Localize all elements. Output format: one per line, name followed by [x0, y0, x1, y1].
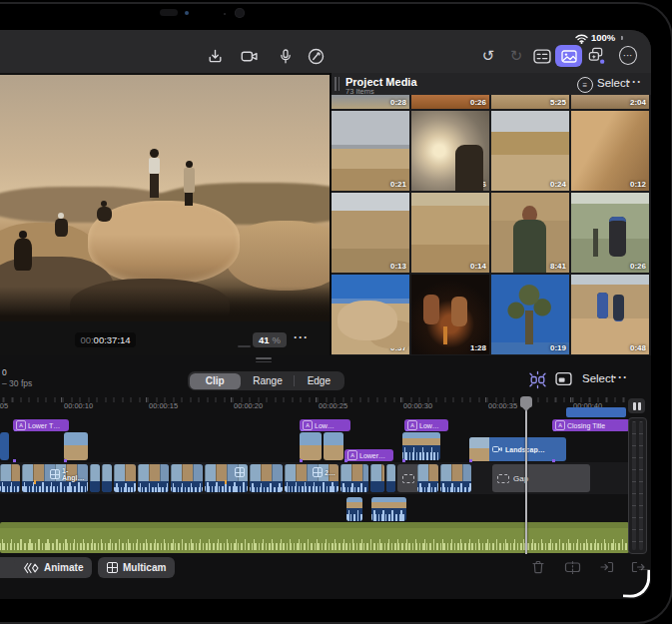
media-thumbnail[interactable]: 2:04: [571, 95, 649, 109]
connected-clip-below[interactable]: [346, 497, 362, 521]
segment-clip[interactable]: Clip: [190, 373, 241, 389]
browser-header: Project Media 73 Items ≡ Select ···: [332, 73, 651, 95]
pencil-icon[interactable]: [307, 47, 325, 65]
connected-clip[interactable]: [64, 432, 88, 460]
media-thumbnail[interactable]: 0:26: [411, 95, 489, 109]
media-thumbnail[interactable]: 0:48: [571, 275, 649, 354]
ruler-label: 00:00:35: [488, 401, 517, 410]
media-thumbnail[interactable]: 1:28: [411, 275, 489, 354]
title-badge: A: [16, 420, 26, 430]
ruler-label: 00:00:10: [64, 401, 93, 410]
title-badge: A: [555, 420, 565, 430]
ruler-label: 00:00:05: [0, 401, 8, 410]
delete-icon[interactable]: [530, 559, 546, 575]
multicam-grid-icon: [313, 467, 323, 477]
battery-percent: 100%: [591, 32, 615, 43]
timeline-ruler[interactable]: [0, 397, 629, 402]
title-clip[interactable]: ALower T…: [13, 419, 69, 431]
timeline-select-button[interactable]: Select: [582, 372, 614, 384]
timeline-clip[interactable]: [138, 464, 169, 492]
media-browser-icon[interactable]: [555, 45, 582, 67]
multicam-button[interactable]: Multicam: [98, 557, 175, 578]
track-height-button[interactable]: [628, 398, 645, 413]
segment-edge[interactable]: Edge: [294, 371, 344, 390]
timeline-clip-multicam[interactable]: 1-Angl…: [22, 464, 88, 492]
media-thumbnail[interactable]: 8:41: [491, 193, 569, 273]
media-thumbnail[interactable]: 0:26: [571, 193, 649, 273]
media-thumbnail[interactable]: 0:12: [571, 111, 649, 191]
ruler-range-bar[interactable]: [566, 407, 626, 417]
timeline-clip[interactable]: [340, 464, 368, 492]
timeline-vertical-scrollbar[interactable]: [628, 417, 647, 554]
timeline-gap-clip[interactable]: Gap: [492, 464, 590, 492]
timeline-clip-multicam[interactable]: [205, 464, 248, 492]
connected-clip[interactable]: [0, 432, 9, 460]
timeline-clip[interactable]: [386, 464, 395, 492]
timeline-clip[interactable]: [171, 464, 203, 492]
browser-more-button[interactable]: ···: [627, 75, 642, 89]
browser-select-button[interactable]: Select: [597, 77, 629, 89]
segment-range[interactable]: Range: [242, 371, 293, 390]
ruler-label: 00:00:20: [234, 401, 263, 410]
inspector-icon[interactable]: [533, 47, 551, 65]
timeline-clip[interactable]: [0, 464, 20, 492]
title-clip[interactable]: ALow…: [300, 419, 350, 431]
timeline-clip[interactable]: [114, 464, 136, 492]
timeline-clip-multicam[interactable]: 2…: [285, 464, 338, 492]
person-sitting: [55, 213, 68, 237]
insert-clip-icon[interactable]: [599, 559, 615, 575]
media-thumbnail[interactable]: 0:24: [491, 111, 569, 191]
camera-icon[interactable]: [241, 47, 259, 65]
viewer-video-frame[interactable]: [0, 75, 330, 321]
mic-icon[interactable]: [277, 47, 295, 65]
viewer-more-button[interactable]: ···: [294, 330, 309, 344]
media-thumbnail[interactable]: 0:26: [411, 111, 489, 191]
audio-music-clip[interactable]: [0, 522, 629, 553]
timeline-resize-handle[interactable]: [256, 357, 272, 359]
timeline-clip[interactable]: [440, 464, 471, 492]
title-badge: A: [303, 420, 313, 430]
gap-icon: [497, 474, 509, 483]
media-thumbnail[interactable]: 0:21: [332, 111, 409, 191]
viewer-resize-handle[interactable]: [238, 345, 251, 347]
effects-icon[interactable]: [587, 46, 605, 64]
browser-drag-bar[interactable]: [338, 77, 340, 91]
undo-icon[interactable]: ↺: [479, 46, 497, 64]
media-thumbnail[interactable]: 0:14: [411, 193, 489, 273]
filter-icon[interactable]: ≡: [577, 77, 593, 93]
connected-clip[interactable]: [324, 432, 343, 460]
media-thumbnail[interactable]: 0:37: [332, 275, 409, 354]
timeline-clip[interactable]: [90, 464, 100, 492]
zoom-level-button[interactable]: 41%: [253, 332, 287, 347]
edit-mode-segmented-control: Clip Range Edge: [188, 371, 344, 390]
media-thumbnail[interactable]: 0:13: [332, 193, 409, 273]
media-thumbnail[interactable]: 0:19: [491, 275, 569, 354]
project-fps: – 30 fps: [2, 378, 32, 388]
browser-drag-bar[interactable]: [335, 77, 336, 91]
timeline-resize-handle[interactable]: [256, 361, 272, 363]
timeline-clip[interactable]: [417, 464, 438, 492]
title-clip[interactable]: ALow…: [404, 419, 448, 431]
timeline-more-button[interactable]: ···: [613, 370, 628, 384]
split-clip-icon[interactable]: [564, 559, 580, 575]
timeline-clip[interactable]: [102, 464, 112, 492]
timeline-clip[interactable]: [250, 464, 283, 492]
overlay-clip-icon[interactable]: [555, 371, 572, 390]
bezel-mic: [224, 13, 226, 15]
animate-button[interactable]: Animate: [14, 557, 92, 578]
enhance-clip-icon[interactable]: [528, 370, 547, 393]
redo-icon[interactable]: ↻: [507, 46, 525, 64]
connected-clip-below[interactable]: [371, 497, 406, 521]
import-icon[interactable]: [206, 47, 224, 65]
title-clip[interactable]: ALower…: [344, 449, 393, 461]
timeline-clip[interactable]: [370, 464, 384, 492]
title-clip[interactable]: AClosing Title: [552, 419, 630, 431]
timecode-display[interactable]: 00:00:37:14: [75, 332, 136, 347]
media-thumbnail[interactable]: 0:28: [332, 95, 409, 109]
playhead-handle[interactable]: [520, 396, 532, 407]
connected-clip-landscape[interactable]: Landscap…: [469, 437, 566, 461]
connected-clip[interactable]: [402, 432, 440, 460]
connected-clip[interactable]: [300, 432, 322, 460]
more-icon[interactable]: ···: [619, 46, 637, 64]
media-thumbnail[interactable]: 5:25: [491, 95, 569, 109]
